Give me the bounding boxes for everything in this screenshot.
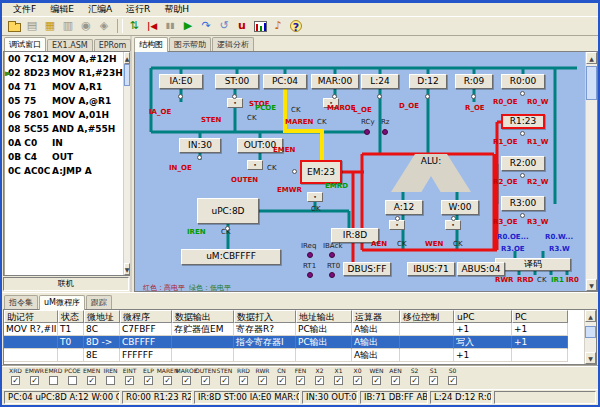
block-um[interactable]: uM:CBFFFF	[181, 249, 281, 265]
code-line[interactable]: 0A C0IN	[8, 138, 123, 152]
menu-assemble[interactable]: 汇编A	[81, 3, 119, 16]
step-into-icon[interactable]: ↷	[197, 18, 215, 34]
scroll-down-icon[interactable]: ▼	[124, 263, 130, 275]
col-alu[interactable]: 运算器	[352, 310, 400, 323]
block-r3[interactable]: R3:00	[501, 196, 545, 211]
micro-program-icon[interactable]: u	[233, 18, 251, 34]
scroll-up-icon[interactable]: ▲	[124, 52, 130, 64]
signal-checkbox[interactable]	[144, 376, 153, 385]
signal-checkbox[interactable]	[372, 376, 381, 385]
code-line[interactable]: 04 71MOV A,R1	[8, 82, 123, 96]
compile-download-icon[interactable]: ▦	[41, 18, 59, 34]
block-st[interactable]: ST:00	[215, 74, 259, 89]
signal-checkbox[interactable]	[163, 376, 172, 385]
col-state[interactable]: 状态	[58, 310, 84, 323]
code-line[interactable]: 06 7801MOV A,01H	[8, 110, 123, 124]
scroll-down-icon[interactable]: ▼	[585, 352, 596, 364]
code-line[interactable]: 0B C4OUT	[8, 152, 123, 166]
signal-checkbox[interactable]	[106, 376, 115, 385]
menu-edit[interactable]: 编辑E	[43, 3, 81, 16]
signal-checkbox[interactable]	[68, 376, 77, 385]
block-mar[interactable]: MAR:00	[311, 74, 359, 89]
signal-checkbox[interactable]	[315, 376, 324, 385]
block-a[interactable]: A:12	[385, 200, 423, 215]
signal-checkbox[interactable]	[220, 376, 229, 385]
signal-checkbox[interactable]	[201, 376, 210, 385]
code-line-current[interactable]: 02 8D23MOV R1,#23H	[8, 68, 123, 82]
code-line[interactable]: 05 75MOV A,@R1	[8, 96, 123, 110]
signal-checkbox[interactable]	[296, 376, 305, 385]
code-line[interactable]: 0C AC0CA:JMP A	[8, 166, 123, 180]
block-ia[interactable]: IA:E0	[159, 74, 203, 89]
code-line[interactable]: 00 7C12MOV A,#12H	[8, 54, 123, 68]
refresh-icon[interactable]: ⇅	[125, 18, 143, 34]
menu-help[interactable]: 帮助H	[157, 3, 196, 16]
signal-checkbox[interactable]	[410, 376, 419, 385]
scroll-track[interactable]	[585, 322, 596, 352]
scroll-up-icon[interactable]: ▲	[586, 52, 597, 64]
block-w[interactable]: W:00	[441, 200, 479, 215]
signal-checkbox[interactable]	[30, 376, 39, 385]
code-scrollbar[interactable]: ▲ ▼	[123, 52, 130, 275]
signal-checkbox[interactable]	[448, 376, 457, 385]
col-upc[interactable]: uPC	[454, 310, 512, 323]
col-micro-address[interactable]: 微地址	[84, 310, 120, 323]
block-upc[interactable]: uPC:8D	[197, 198, 259, 224]
tab-um-microprogram[interactable]: uM微程序	[39, 295, 85, 310]
block-em[interactable]: EM:23	[300, 160, 342, 184]
block-d[interactable]: D:12	[409, 74, 447, 89]
tab-eprom[interactable]: EPRom	[94, 39, 132, 51]
tab-debug-window[interactable]: 调试窗口	[4, 37, 46, 52]
scroll-track[interactable]	[586, 64, 597, 279]
help-icon[interactable]: ?	[287, 18, 305, 34]
signal-checkbox[interactable]	[353, 376, 362, 385]
scroll-thumb[interactable]	[586, 66, 597, 100]
signal-checkbox[interactable]	[258, 376, 267, 385]
block-pc[interactable]: PC:04	[263, 74, 307, 89]
col-pc[interactable]: PC	[512, 310, 568, 323]
block-in[interactable]: IN:30	[179, 138, 221, 153]
signal-checkbox[interactable]	[87, 376, 96, 385]
col-mnemonic[interactable]: 助记符	[4, 310, 58, 323]
col-data-in[interactable]: 数据打入	[234, 310, 296, 323]
scroll-up-icon[interactable]: ▲	[585, 310, 596, 322]
tab-instruction-set[interactable]: 指令集	[4, 295, 38, 309]
menu-run[interactable]: 运行R	[119, 3, 157, 16]
scroll-thumb[interactable]	[585, 326, 596, 338]
col-addr-out[interactable]: 地址输出	[296, 310, 352, 323]
run-icon[interactable]: ▶	[179, 18, 197, 34]
open-icon[interactable]	[5, 18, 23, 34]
tab-logic-analysis[interactable]: 逻辑分析	[212, 37, 254, 51]
signal-checkbox[interactable]	[429, 376, 438, 385]
scroll-track[interactable]	[124, 64, 130, 263]
block-r[interactable]: R:09	[455, 74, 493, 89]
signal-checkbox[interactable]	[49, 376, 58, 385]
table-scrollbar[interactable]: ▲ ▼	[584, 310, 596, 364]
tab-diagram-help[interactable]: 图示帮助	[169, 37, 211, 51]
block-r2[interactable]: R2:00	[501, 156, 545, 171]
col-shift-control[interactable]: 移位控制	[400, 310, 454, 323]
table-row[interactable]: 8EFFFFFFA输出+1	[4, 349, 584, 362]
step-over-icon[interactable]: ↺	[215, 18, 233, 34]
col-microcode[interactable]: 微程序	[120, 310, 172, 323]
code-line[interactable]: 08 5C55AND A,#55H	[8, 124, 123, 138]
block-l[interactable]: L:24	[361, 74, 399, 89]
table-row[interactable]: MOV R?,#IIT18CC7FBFF存贮器值EM寄存器R?PC输出A输出+1…	[4, 323, 584, 336]
menu-file[interactable]: 文件F	[6, 3, 43, 16]
diagram-scrollbar[interactable]: ▲ ▼	[585, 52, 597, 291]
signal-checkbox[interactable]	[334, 376, 343, 385]
signal-checkbox[interactable]	[277, 376, 286, 385]
signal-checkbox[interactable]	[11, 376, 20, 385]
tab-trace[interactable]: 跟踪	[86, 295, 112, 309]
speaker-icon[interactable]: ♪	[269, 18, 287, 34]
signal-checkbox[interactable]	[182, 376, 191, 385]
scroll-down-icon[interactable]: ▼	[586, 279, 597, 291]
tab-structure[interactable]: 结构图	[134, 37, 168, 52]
signal-checkbox[interactable]	[239, 376, 248, 385]
tab-ex1-asm[interactable]: EX1.ASM	[47, 39, 93, 51]
scroll-thumb[interactable]	[124, 64, 130, 86]
col-data-out[interactable]: 数据输出	[172, 310, 234, 323]
block-r0[interactable]: R0:00	[501, 74, 545, 89]
reset-icon[interactable]: |◀	[143, 18, 161, 34]
table-row-selected[interactable]: T08D ->CBFFFF指令寄存器IPC输出A输出写入+1	[4, 336, 584, 349]
